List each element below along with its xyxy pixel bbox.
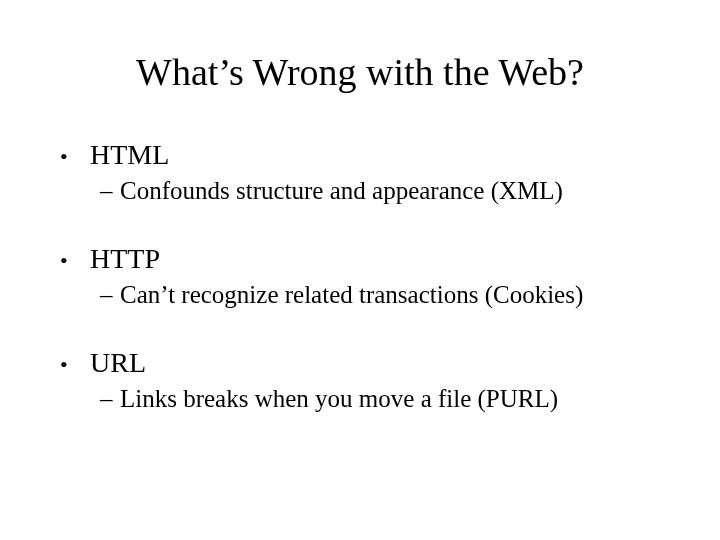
sub-label: Links breaks when you move a file (PURL) — [120, 385, 558, 413]
sub-label: Confounds structure and appearance (XML) — [120, 177, 563, 205]
list-item: • HTTP — [60, 243, 670, 275]
bullet-icon: • — [60, 140, 90, 168]
dash-icon: – — [100, 177, 120, 205]
sub-list-item: – Confounds structure and appearance (XM… — [100, 177, 670, 205]
bullet-icon: • — [60, 244, 90, 272]
sub-label: Can’t recognize related transactions (Co… — [120, 281, 583, 309]
bullet-label: URL — [90, 347, 146, 379]
sub-list-item: – Links breaks when you move a file (PUR… — [100, 385, 670, 413]
list-item: • HTML — [60, 139, 670, 171]
dash-icon: – — [100, 385, 120, 413]
list-item: • URL — [60, 347, 670, 379]
slide-content: • HTML – Confounds structure and appeara… — [50, 139, 670, 413]
dash-icon: – — [100, 281, 120, 309]
sub-list-item: – Can’t recognize related transactions (… — [100, 281, 670, 309]
bullet-label: HTTP — [90, 243, 160, 275]
bullet-icon: • — [60, 348, 90, 376]
slide-title: What’s Wrong with the Web? — [50, 50, 670, 94]
bullet-label: HTML — [90, 139, 169, 171]
